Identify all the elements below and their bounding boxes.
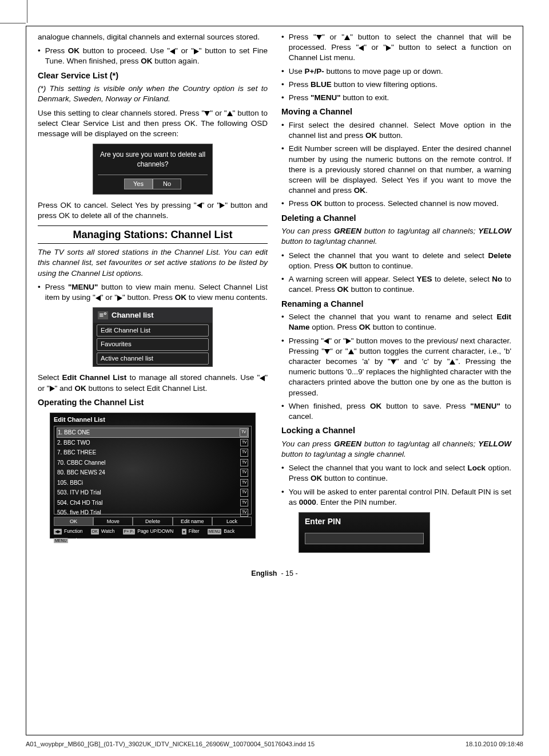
bullet-text: Press "" or "" button to select the chan…	[289, 32, 511, 64]
arrow-down-icon	[324, 349, 330, 354]
hint-bar: ◀▶Function OKWatch P+ P-Page UP/DOWN ●Fi…	[54, 528, 252, 544]
bullet: •Press BLUE button to view filtering opt…	[281, 80, 511, 90]
bullet: •When finished, press OK button to save.…	[281, 401, 511, 422]
osd-confirm-dialog: Are you sure you want to delete all chan…	[93, 144, 213, 194]
bullet: •Select the channel that you want to ren…	[281, 312, 511, 333]
table-row[interactable]: 70. CBBC ChannelTV	[57, 458, 249, 468]
bullet: •Press "MENU" button to exit.	[281, 93, 511, 103]
osd-text: channels?	[98, 160, 208, 169]
bullet-text: When finished, press OK button to save. …	[289, 401, 511, 422]
osd-edit-channel-list: Edit Channel List 1. BBC ONETV 2. BBC TW…	[50, 413, 256, 539]
bullet-text: You will be asked to enter parental cont…	[289, 487, 511, 508]
menu-item-active-channel-list[interactable]: Active channel list	[97, 353, 209, 365]
heading-moving-channel: Moving a Channel	[281, 106, 511, 118]
bullet-text: Press "MENU" button to view main menu. S…	[45, 282, 268, 303]
bullet-dot-icon: •	[281, 32, 284, 64]
osd-enter-pin: Enter PIN	[299, 512, 430, 553]
bullet: •First select the desired channel. Selec…	[281, 120, 511, 141]
tv-badge-icon: TV	[240, 499, 248, 507]
menu-item-favourites[interactable]: Favourites	[97, 338, 209, 351]
print-timestamp: 18.10.2010 09:18:48	[466, 740, 523, 749]
table-row[interactable]: 503. ITV HD TrialTV	[57, 488, 249, 498]
hint-label: Page UP/DOWN	[137, 528, 173, 535]
yes-button[interactable]: Yes	[124, 179, 153, 189]
tv-badge-icon: TV	[240, 469, 248, 477]
delete-button[interactable]: Delete	[133, 517, 172, 526]
para-italic: (*) This setting is visible only when th…	[38, 84, 268, 104]
arrow-right-icon	[346, 338, 351, 344]
table-row[interactable]: 2. BBC TWOTV	[57, 438, 249, 448]
osd-menu-title: Channel list	[112, 310, 154, 320]
bullet-text: Pressing "" or "" button moves to the pr…	[289, 336, 511, 398]
arrow-up-icon	[344, 35, 350, 40]
arrow-up-icon	[449, 359, 455, 365]
para-italic: You can press GREEN button to tag/untag …	[281, 439, 511, 460]
heading-renaming-channel: Renaming a Channel	[281, 299, 511, 310]
table-row[interactable]: 7. BBC THREETV	[57, 448, 249, 458]
bullet: •Press OK button to process. Selected ch…	[281, 199, 511, 209]
bullet: •Select the channel that you want to loc…	[281, 463, 511, 484]
arrow-up-icon	[348, 349, 354, 354]
footer-page: - 15 -	[281, 569, 297, 577]
table-row[interactable]: 1. BBC ONETV	[57, 428, 249, 438]
ok-button[interactable]: OK	[54, 517, 93, 526]
footer-lang: English	[251, 569, 277, 577]
edit-name-button[interactable]: Edit name	[173, 517, 212, 526]
osd-pin-title: Enter PIN	[305, 516, 424, 527]
keycap-icon: ●	[182, 529, 186, 534]
arrow-right-icon	[386, 45, 391, 51]
osd-title: Edit Channel List	[54, 415, 252, 424]
bullet: • Press OK button to proceed. Use "" or …	[38, 46, 268, 66]
para: Use this setting to clear channels store…	[38, 108, 268, 140]
hint-label: Watch	[101, 528, 115, 535]
keycap-icon: ◀▶	[54, 529, 62, 534]
arrow-left-icon	[324, 338, 329, 344]
arrow-down-icon	[316, 35, 322, 40]
bullet-dot-icon: •	[281, 120, 284, 141]
arrow-left-icon	[260, 375, 265, 381]
para-italic: You can press GREEN button to tag/untag …	[281, 226, 511, 247]
pin-input[interactable]	[305, 533, 424, 544]
channel-list: 1. BBC ONETV 2. BBC TWOTV 7. BBC THREETV…	[54, 426, 252, 514]
tv-badge-icon: TV	[240, 449, 248, 457]
separator	[98, 175, 208, 175]
bullet: •A warning screen will appear. Select YE…	[281, 274, 511, 295]
bullet-dot-icon: •	[281, 80, 284, 90]
print-file-path: A01_woypbpr_MB60_[GB]_(01-TV)_3902UK_IDT…	[26, 740, 315, 749]
bullet-text: Press OK button to proceed. Use "" or ""…	[45, 46, 268, 66]
table-row[interactable]: 505. five HD TrialTV	[57, 508, 249, 518]
bullet-dot-icon: •	[281, 312, 284, 333]
arrow-down-icon	[391, 359, 396, 365]
tv-badge-icon: TV	[240, 489, 248, 497]
keycap-icon: OK	[91, 529, 99, 534]
bullet: •You will be asked to enter parental con…	[281, 487, 511, 508]
table-row[interactable]: 504. Ch4 HD TrialTV	[57, 498, 249, 508]
bullet-dot-icon: •	[281, 487, 284, 508]
osd-text: Are you sure you want to delete all	[98, 150, 208, 159]
menu-item-edit-channel-list[interactable]: Edit Channel List	[97, 324, 209, 337]
lock-button[interactable]: Lock	[212, 517, 252, 526]
table-row[interactable]: 105. BBCiTV	[57, 478, 249, 488]
heading-deleting-channel: Deleting a Channel	[281, 213, 511, 224]
arrow-left-icon	[96, 295, 101, 301]
bullet-text: Select the channel that you want to lock…	[289, 463, 511, 484]
osd-confirm-message: Are you sure you want to delete all chan…	[93, 144, 212, 172]
bullet-dot-icon: •	[281, 336, 284, 398]
table-row[interactable]: 80. BBC NEWS 24TV	[57, 468, 249, 478]
page: analogue channels, digital channels and …	[0, 0, 549, 756]
bullet: •Press "" or "" button to select the cha…	[281, 32, 511, 64]
bullet-dot-icon: •	[281, 463, 284, 484]
move-button[interactable]: Move	[93, 517, 133, 526]
content-frame: analogue channels, digital channels and …	[26, 26, 523, 735]
para-italic: The TV sorts all stored stations in the …	[38, 247, 268, 279]
tv-badge-icon: TV	[240, 479, 248, 487]
bullet-text: Press BLUE button to view filtering opti…	[289, 80, 511, 90]
bullet-dot-icon: •	[38, 282, 41, 303]
no-button[interactable]: No	[153, 179, 181, 189]
print-footer: A01_woypbpr_MB60_[GB]_(01-TV)_3902UK_IDT…	[26, 740, 523, 749]
page-footer-center: English - 15 -	[38, 569, 511, 579]
bullet-dot-icon: •	[281, 144, 284, 196]
bullet-dot-icon: •	[281, 93, 284, 103]
arrow-right-icon	[220, 203, 225, 208]
tv-badge-icon: TV	[240, 509, 248, 517]
